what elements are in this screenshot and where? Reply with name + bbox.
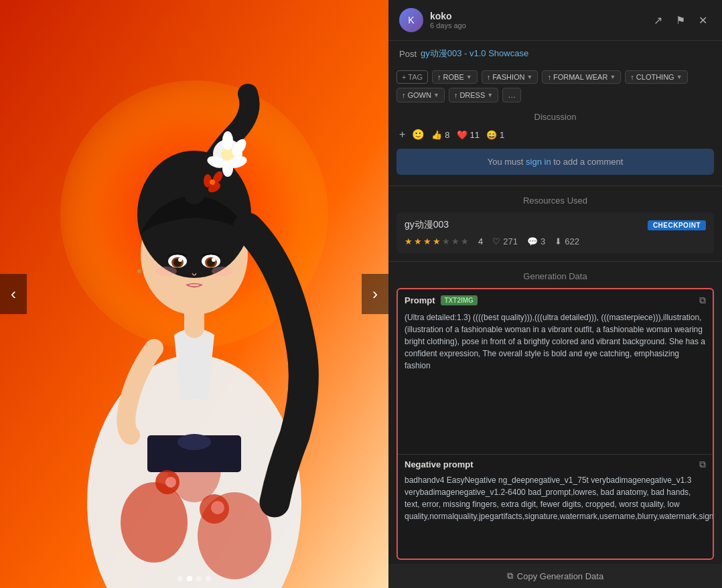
svg-point-32 (137, 269, 141, 273)
down-arrow-icon-4: ▼ (676, 74, 682, 80)
add-reaction-button[interactable]: + (399, 129, 405, 141)
post-label: Post (399, 49, 417, 59)
reaction-heart[interactable]: ❤️ 11 (457, 130, 480, 140)
sign-in-link[interactable]: sign in (526, 157, 551, 167)
neg-prompt-label: Negative prompt (405, 459, 474, 469)
generation-data-panel: Prompt TXT2IMG ⧉ (Ultra detailed:1.3) ((… (396, 288, 714, 560)
dot-0[interactable] (177, 576, 183, 581)
down-arrow-icon-5: ▼ (433, 92, 439, 98)
reaction-laugh[interactable]: 😄 1 (486, 130, 504, 140)
dot-3[interactable] (206, 576, 211, 581)
more-tags-button[interactable]: … (502, 88, 521, 102)
up-arrow-icon-4: ↑ (630, 73, 634, 81)
tag-fashion[interactable]: ↑ FASHION ▼ (482, 70, 538, 84)
tag-add-button[interactable]: + TAG (396, 70, 428, 84)
user-info: koko 6 days ago (430, 11, 643, 29)
flag-button[interactable]: ⚑ (672, 13, 689, 28)
svg-point-34 (165, 477, 176, 488)
copy-generation-data-button[interactable]: ⧉ Copy Generation Data (388, 564, 722, 588)
discussion-label: Discussion (388, 106, 722, 125)
dot-2[interactable] (196, 576, 202, 581)
down-arrow-icon-2: ▼ (526, 74, 532, 80)
emoji-picker-button[interactable]: 🙂 (412, 129, 425, 141)
checkpoint-badge: CHECKPOINT (648, 220, 706, 230)
down-arrow-icon-3: ▼ (609, 74, 616, 80)
tag-gown[interactable]: ↑ GOWN ▼ (396, 88, 445, 102)
close-button[interactable]: ✕ (695, 13, 711, 28)
star-1: ★ (405, 236, 413, 246)
right-panel: K koko 6 days ago ↗ ⚑ ✕ Post gy动漫003 - v… (388, 0, 722, 588)
svg-point-25 (178, 258, 182, 262)
resources-label: Resources Used (388, 190, 722, 208)
tags-section: + TAG ↑ ROBE ▼ ↑ FASHION ▼ ↑ FORMAL WEAR… (388, 66, 722, 106)
svg-point-29 (212, 258, 216, 262)
timestamp: 6 days ago (430, 21, 643, 29)
svg-point-30 (155, 267, 177, 276)
comment-prompt: You must sign in to add a comment (396, 149, 714, 175)
tag-formal-wear[interactable]: ↑ FORMAL WEAR ▼ (542, 70, 621, 84)
tag-robe[interactable]: ↑ ROBE ▼ (432, 70, 478, 84)
prompt-label: Prompt (405, 295, 435, 305)
star-4: ★ (433, 236, 441, 246)
stars-display: ★ ★ ★ ★ ★ ★ ★ (405, 236, 469, 246)
dot-1[interactable] (187, 576, 192, 581)
share-button[interactable]: ↗ (650, 13, 666, 28)
reaction-thumbsup[interactable]: 👍 8 (431, 130, 449, 140)
stat-likes: ♡ 271 (492, 236, 518, 246)
post-link[interactable]: gy动漫003 - v1.0 Showcase (421, 48, 528, 60)
star-5: ★ (442, 236, 450, 246)
svg-point-31 (212, 267, 233, 276)
prompt-text[interactable]: (Ultra detailed:1.3) ((((best quality)))… (398, 309, 713, 454)
neg-prompt-text[interactable]: badhandv4 EasyNegative ng_deepnegative_v… (398, 471, 713, 559)
copy-neg-prompt-button[interactable]: ⧉ (699, 459, 706, 470)
resource-header: gy动漫003 CHECKPOINT (405, 219, 706, 231)
image-dots (177, 576, 211, 581)
main-image (0, 0, 388, 588)
up-arrow-icon-2: ↑ (487, 73, 491, 81)
resource-name[interactable]: gy动漫003 (405, 219, 449, 231)
neg-prompt-section: Negative prompt ⧉ badhandv4 EasyNegative… (398, 454, 713, 559)
down-arrow-icon-6: ▼ (487, 92, 493, 98)
star-6: ★ (451, 236, 459, 246)
avatar: K (399, 8, 423, 32)
anime-illustration (0, 0, 388, 588)
header-actions: ↗ ⚑ ✕ (650, 13, 711, 28)
up-arrow-icon-5: ↑ (402, 91, 406, 99)
divider (388, 186, 722, 186)
star-3: ★ (423, 236, 431, 246)
neg-prompt-header: Negative prompt ⧉ (398, 455, 713, 471)
svg-point-36 (211, 501, 224, 514)
svg-point-21 (210, 179, 215, 185)
up-arrow-icon-3: ↑ (547, 73, 551, 81)
resources-section: Resources Used gy动漫003 CHECKPOINT ★ ★ ★ … (388, 190, 722, 257)
generation-data-section: Generation Data Prompt TXT2IMG ⧉ (Ultra … (388, 266, 722, 588)
generation-data-label: Generation Data (388, 266, 722, 284)
svg-point-13 (222, 131, 233, 150)
copy-gen-icon: ⧉ (507, 571, 513, 581)
tag-dress[interactable]: ↑ DRESS ▼ (449, 88, 498, 102)
prompt-header: Prompt TXT2IMG ⧉ (398, 289, 713, 309)
svg-point-7 (177, 434, 211, 450)
panel-header: K koko 6 days ago ↗ ⚑ ✕ (388, 0, 722, 41)
post-link-row: Post gy动漫003 - v1.0 Showcase (388, 41, 722, 66)
resource-card: gy动漫003 CHECKPOINT ★ ★ ★ ★ ★ ★ ★ 4 ♡ 271… (396, 212, 714, 253)
resource-stats: ★ ★ ★ ★ ★ ★ ★ 4 ♡ 271 💬 3 ⬇ 622 (405, 236, 706, 246)
username: koko (430, 11, 643, 21)
divider-2 (388, 261, 722, 262)
next-arrow[interactable]: › (362, 274, 388, 314)
stat-comments: 💬 3 (527, 236, 545, 246)
reactions-row: + 🙂 👍 8 ❤️ 11 😄 1 (388, 125, 722, 145)
star-count: 4 (478, 236, 483, 246)
copy-prompt-button[interactable]: ⧉ (699, 295, 706, 306)
star-2: ★ (414, 236, 422, 246)
image-panel: ‹ › (0, 0, 388, 588)
txt2img-badge: TXT2IMG (441, 295, 478, 305)
down-arrow-icon: ▼ (466, 74, 472, 80)
tag-clothing[interactable]: ↑ CLOTHING ▼ (625, 70, 687, 84)
stat-downloads: ⬇ 622 (555, 236, 579, 246)
star-7: ★ (461, 236, 469, 246)
up-arrow-icon: ↑ (437, 73, 441, 81)
prev-arrow[interactable]: ‹ (0, 274, 27, 314)
up-arrow-icon-6: ↑ (454, 91, 458, 99)
